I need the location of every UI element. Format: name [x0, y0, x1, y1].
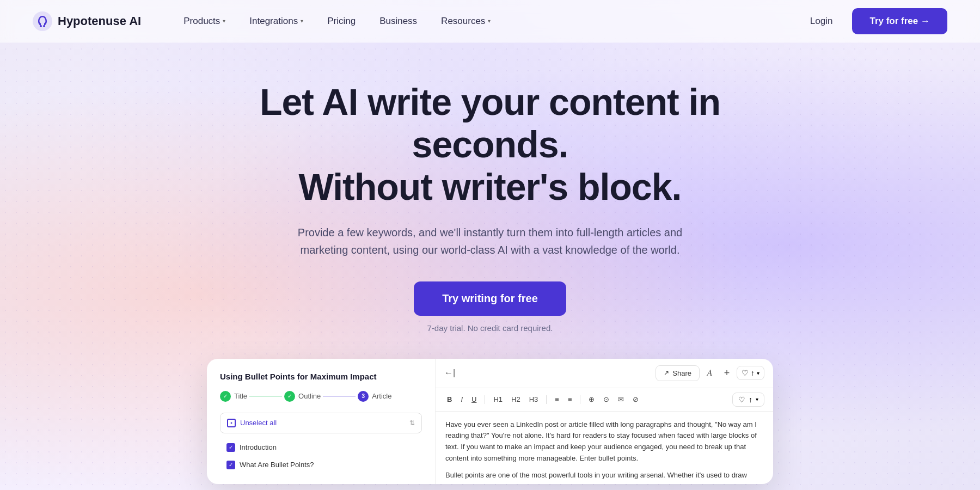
sort-icon: ⇅	[409, 419, 415, 427]
svg-point-1	[40, 25, 42, 27]
step-line-2	[323, 396, 356, 396]
share-icon: ↗	[664, 369, 669, 377]
chevron-down-icon: ▾	[301, 18, 303, 24]
h3-button[interactable]: H3	[526, 394, 541, 405]
nav-item-products[interactable]: Products ▾	[174, 11, 235, 31]
step-done-icon: ✓	[284, 391, 295, 402]
heart-icon[interactable]: ♡	[742, 369, 749, 377]
toolbar-separator	[485, 395, 485, 404]
nav-item-pricing[interactable]: Pricing	[317, 11, 365, 31]
back-icon[interactable]: ←|	[444, 368, 455, 378]
align-center-button[interactable]: ≡	[565, 394, 575, 405]
unselect-checkbox[interactable]: ▪	[227, 419, 236, 427]
unselect-all-row: ▪ Unselect all ⇅	[220, 413, 422, 433]
step-active-icon: 3	[358, 391, 369, 402]
step-article: 3 Article	[358, 391, 391, 402]
logo-text: Hypotenuse AI	[58, 14, 141, 28]
heart-icon[interactable]: ♡	[738, 395, 745, 404]
nav-item-resources[interactable]: Resources ▾	[431, 11, 500, 31]
italic-button[interactable]: I	[458, 394, 465, 405]
try-free-nav-button[interactable]: Try for free →	[852, 8, 947, 34]
nav-item-business[interactable]: Business	[370, 11, 427, 31]
svg-point-2	[43, 25, 45, 27]
image-button[interactable]: ⊙	[601, 394, 612, 405]
nav-item-integrations[interactable]: Integrations ▾	[240, 11, 313, 31]
list-item-introduction: ✓ Introduction	[220, 439, 422, 456]
hero-cta-button[interactable]: Try writing for free	[414, 281, 566, 316]
translate-icon[interactable]: 𝐴	[702, 365, 717, 381]
upload-icon[interactable]: ↑	[751, 369, 755, 377]
content-paragraph-1: Have you ever seen a LinkedIn post or ar…	[445, 419, 763, 464]
hero-subtitle: Provide a few keywords, and we'll instan…	[294, 224, 686, 259]
logo-link[interactable]: Hypotenuse AI	[33, 11, 141, 31]
demo-card: Using Bullet Points for Maximum Impact ✓…	[207, 359, 773, 484]
link-button[interactable]: ⊕	[586, 394, 597, 405]
demo-article-title: Using Bullet Points for Maximum Impact	[220, 372, 422, 381]
demo-right-panel: ←| ↗ Share 𝐴 + ♡ ↑ ▾ B I U	[436, 359, 773, 484]
demo-container: Using Bullet Points for Maximum Impact ✓…	[0, 359, 980, 484]
toolbar-actions: ♡ ↑ ▾	[737, 366, 764, 380]
h2-button[interactable]: H2	[509, 394, 523, 405]
list-item-bullet-points: ✓ What Are Bullet Points?	[220, 456, 422, 474]
share-button[interactable]: ↗ Share	[656, 365, 700, 381]
demo-editor-content: Have you ever seen a LinkedIn post or ar…	[436, 412, 773, 484]
step-outline: ✓ Outline	[284, 391, 321, 402]
hero-section: Let AI write your content in seconds. Wi…	[0, 42, 980, 333]
bold-button[interactable]: B	[444, 394, 455, 405]
hero-title: Let AI write your content in seconds. Wi…	[218, 81, 762, 209]
introduction-checkbox[interactable]: ✓	[226, 443, 235, 452]
format-right-actions: ♡ ↑ ▾	[732, 393, 764, 407]
content-paragraph-2: Bullet points are one of the most powerf…	[445, 470, 763, 484]
chevron-down-icon: ▾	[488, 18, 491, 24]
mail-button[interactable]: ✉	[615, 394, 627, 405]
logo-icon	[33, 11, 52, 31]
progress-steps: ✓ Title ✓ Outline 3 Article	[220, 391, 422, 402]
step-title: ✓ Title	[220, 391, 247, 402]
navbar: Hypotenuse AI Products ▾ Integrations ▾ …	[0, 0, 980, 42]
upload-icon[interactable]: ↑	[749, 395, 752, 404]
strikethrough-button[interactable]: ⊘	[630, 394, 641, 405]
toolbar-separator	[546, 395, 547, 404]
step-done-icon: ✓	[220, 391, 231, 402]
format-toolbar: B I U H1 H2 H3 ≡ ≡ ⊕ ⊙ ✉ ⊘ ♡ ↑ ▾	[436, 388, 773, 412]
nav-right: Login Try for free →	[801, 8, 947, 34]
demo-left-panel: Using Bullet Points for Maximum Impact ✓…	[207, 359, 436, 484]
login-button[interactable]: Login	[801, 11, 842, 31]
step-line-1	[249, 396, 282, 396]
underline-button[interactable]: U	[469, 394, 479, 405]
svg-point-0	[33, 11, 52, 31]
chevron-down-icon[interactable]: ▾	[757, 370, 759, 376]
bullet-points-checkbox[interactable]: ✓	[226, 461, 235, 469]
add-icon[interactable]: +	[719, 365, 734, 381]
chevron-down-icon[interactable]: ▾	[756, 396, 758, 402]
align-left-button[interactable]: ≡	[552, 394, 562, 405]
toolbar-separator	[580, 395, 580, 404]
hero-trial-note: 7-day trial. No credit card required.	[427, 323, 553, 333]
demo-top-toolbar: ←| ↗ Share 𝐴 + ♡ ↑ ▾	[436, 359, 773, 388]
chevron-down-icon: ▾	[223, 18, 225, 24]
h1-button[interactable]: H1	[491, 394, 505, 405]
unselect-all-label[interactable]: Unselect all	[240, 419, 277, 427]
nav-links: Products ▾ Integrations ▾ Pricing Busine…	[174, 11, 801, 31]
